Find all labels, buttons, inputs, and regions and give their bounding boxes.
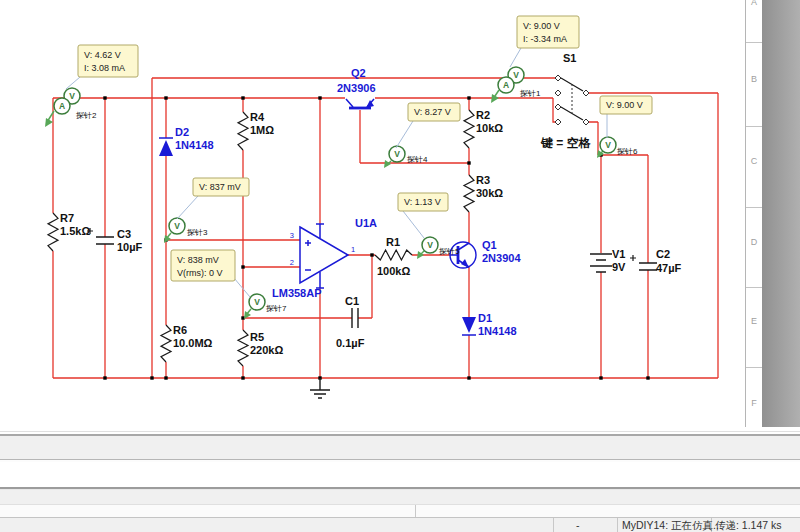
spreadsheet-view-pane[interactable]: [0, 462, 800, 487]
wires[interactable]: [53, 78, 718, 378]
probe-3[interactable]: V 探针3: [164, 218, 208, 243]
schematic-canvas[interactable]: R7 1.5kΩ C3 10µF R6 10.0MΩ D2 1N4: [0, 0, 745, 427]
component-r4[interactable]: R4 1MΩ: [238, 111, 274, 150]
probe-label-2[interactable]: V: 4.62 V I: 3.08 mA: [66, 45, 138, 89]
q2-value: 2N3906: [337, 82, 376, 94]
s1-ref: S1: [563, 52, 576, 64]
probe7-name: 探针7: [266, 304, 287, 313]
r5-ref: R5: [250, 331, 264, 343]
s1-key-label: 键 = 空格: [540, 136, 591, 150]
q1-value: 2N3904: [482, 252, 521, 264]
svg-text:V: V: [254, 297, 260, 307]
schematic-svg[interactable]: R7 1.5kΩ C3 10µF R6 10.0MΩ D2 1N4: [0, 0, 745, 427]
sheet-border-column: A B C D E F: [745, 0, 762, 427]
component-r7[interactable]: R7 1.5kΩ: [48, 212, 90, 251]
component-q1[interactable]: Q1 2N3904: [450, 239, 521, 268]
status-separator: [617, 518, 618, 532]
svg-text:V(rms): 0 V: V(rms): 0 V: [177, 268, 223, 278]
svg-text:V: 838 mV: V: 838 mV: [177, 255, 219, 265]
svg-text:A: A: [503, 80, 509, 90]
component-r2[interactable]: R2 10kΩ: [464, 109, 503, 148]
c1-ref: C1: [345, 295, 359, 307]
r2-ref: R2: [476, 109, 490, 121]
opamp-pin1: 1: [351, 245, 355, 254]
svg-text:V: V: [605, 140, 611, 150]
component-r1[interactable]: R1 100kΩ: [375, 236, 412, 277]
d1-triangle: [462, 317, 476, 333]
probe-label-6[interactable]: V: 9.00 V: [600, 96, 652, 138]
component-q2[interactable]: Q2 2N3906: [337, 67, 376, 108]
r7-ref: R7: [60, 212, 74, 224]
opamp-pin2: 2: [290, 258, 294, 267]
svg-text:V: 837 mV: V: 837 mV: [199, 182, 241, 192]
probe-4[interactable]: V 探针4: [384, 146, 428, 168]
sheet-row-label-b: B: [746, 74, 762, 84]
probe2-name: 探针2: [76, 111, 97, 120]
svg-text:V: 8.27 V: V: 8.27 V: [414, 107, 451, 117]
results-pane: [0, 505, 800, 517]
r7-value: 1.5kΩ: [60, 225, 90, 237]
pane-divider: [415, 505, 416, 517]
r3-value: 30kΩ: [476, 187, 503, 199]
sheet-row-label-d: D: [746, 237, 762, 247]
component-c1[interactable]: C1 0.1µF: [336, 295, 365, 349]
component-r5[interactable]: R5 220kΩ: [238, 330, 283, 366]
r4-ref: R4: [250, 111, 265, 123]
component-u1a-opamp[interactable]: 3 2 1 U1A LM358AP: [272, 217, 377, 299]
status-separator: [553, 518, 554, 532]
probe6-name: 探针6: [617, 147, 638, 156]
component-c3[interactable]: C3 10µF: [87, 228, 143, 253]
r5-value: 220kΩ: [250, 344, 283, 356]
component-d2[interactable]: D2 1N4148: [159, 126, 214, 156]
probe-label-5[interactable]: V: 1.13 V: [398, 193, 448, 238]
svg-text:V: 4.62 V: V: 4.62 V: [84, 50, 121, 60]
svg-text:A: A: [59, 101, 65, 111]
opamp-triangle: [300, 227, 348, 283]
svg-text:I: -3.34 mA: I: -3.34 mA: [523, 34, 567, 44]
ground-symbol[interactable]: [310, 378, 330, 398]
probe4-name: 探针4: [407, 155, 428, 164]
probe1-name: 探针1: [520, 89, 541, 98]
probe-5[interactable]: V 探针5: [417, 237, 460, 259]
r1-ref: R1: [386, 236, 400, 248]
svg-text:V: V: [513, 70, 519, 80]
svg-text:V: 9.00 V: V: 9.00 V: [523, 21, 560, 31]
status-placeholder: -: [576, 518, 580, 532]
component-v1[interactable]: V1 9V: [590, 248, 626, 273]
probe-label-4[interactable]: V: 8.27 V: [396, 103, 460, 148]
q1-ref: Q1: [482, 239, 497, 251]
v1-ref: V1: [612, 248, 625, 260]
status-elapsed-time: 传递: 1.147 ks: [715, 518, 782, 532]
sheet-row-label-a: A: [746, 0, 762, 7]
component-r6[interactable]: R6 10.0MΩ: [161, 324, 213, 362]
svg-text:V: V: [427, 240, 433, 250]
svg-text:V: 1.13 V: V: 1.13 V: [404, 197, 441, 207]
u1a-ref: U1A: [355, 217, 377, 229]
d2-value: 1N4148: [175, 139, 214, 151]
multisim-window: R7 1.5kΩ C3 10µF R6 10.0MΩ D2 1N4: [0, 0, 800, 532]
component-d1[interactable]: D1 1N4148: [462, 312, 517, 337]
c2-value: 47µF: [656, 262, 682, 274]
svg-text:V: V: [174, 221, 180, 231]
component-c2[interactable]: C2 47µF: [630, 248, 682, 274]
probe-label-3[interactable]: V: 837 mV: [177, 178, 249, 219]
c2-ref: C2: [656, 248, 670, 260]
d2-triangle: [159, 140, 173, 156]
probe-label-7[interactable]: V: 838 mV V(rms): 0 V: [171, 250, 250, 297]
component-s1-switch[interactable]: S1 键 = 空格: [540, 52, 591, 150]
svg-text:I: 3.08 mA: I: 3.08 mA: [84, 63, 125, 73]
probe3-name: 探针3: [187, 228, 208, 237]
r6-value: 10.0MΩ: [173, 337, 213, 349]
toolbar-pane: [0, 436, 800, 459]
r1-value: 100kΩ: [377, 265, 410, 277]
lower-pane: [0, 490, 800, 504]
u1a-value: LM358AP: [272, 287, 322, 299]
q2-ref: Q2: [351, 67, 366, 79]
r6-ref: R6: [173, 324, 187, 336]
status-simulation-state: MyDIY14: 正在仿真...: [622, 518, 722, 532]
r2-value: 10kΩ: [476, 122, 503, 134]
sheet-row-label-e: E: [746, 316, 762, 326]
c3-ref: C3: [117, 228, 131, 240]
component-r3[interactable]: R3 30kΩ: [464, 174, 503, 212]
workspace-outside-sheet: [762, 0, 800, 427]
